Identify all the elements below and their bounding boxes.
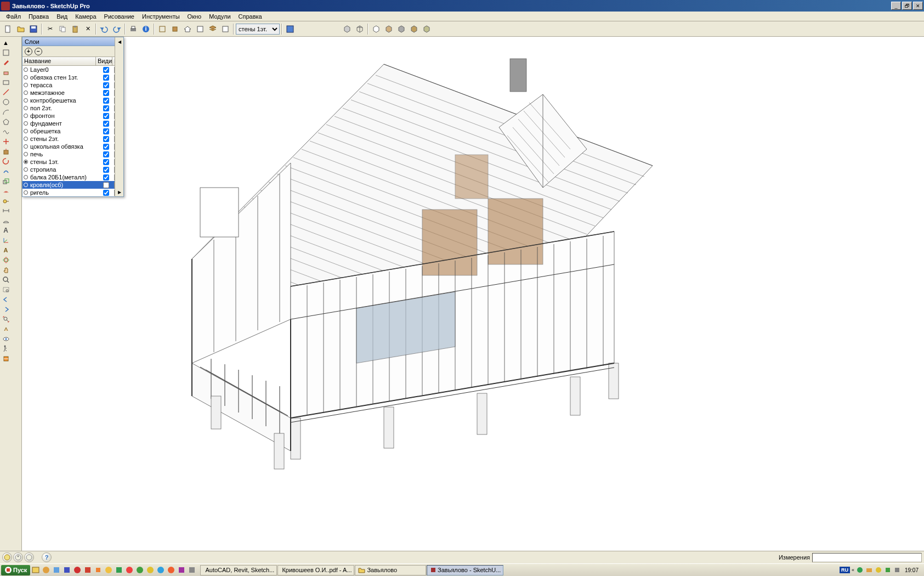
layers-scrollbar[interactable]: ◀ ▶: [115, 37, 123, 196]
ql-icon-14[interactable]: [167, 566, 175, 574]
ql-icon-13[interactable]: [156, 566, 165, 574]
clock[interactable]: 19:07: [903, 567, 921, 573]
menu-edit[interactable]: Правка: [25, 12, 53, 21]
ql-icon-9[interactable]: [115, 566, 123, 574]
menu-view[interactable]: Вид: [53, 12, 71, 21]
ql-icon-5[interactable]: [73, 566, 82, 574]
ql-icon-10[interactable]: [125, 566, 134, 574]
remove-layer-button[interactable]: −: [35, 48, 42, 55]
layer-active-radio[interactable]: [22, 129, 29, 133]
cut-button[interactable]: ✂: [44, 23, 56, 35]
print-button[interactable]: [127, 23, 139, 35]
layer-manager-button[interactable]: [284, 23, 296, 35]
walk-tool[interactable]: [1, 344, 10, 353]
layers-panel-title-bar[interactable]: Слои ×: [22, 37, 123, 46]
circle-tool[interactable]: [1, 97, 10, 106]
layer-active-radio[interactable]: [22, 106, 29, 110]
layer-active-radio[interactable]: [22, 144, 29, 149]
credits-button[interactable]: [13, 552, 23, 562]
layer-active-radio[interactable]: [22, 98, 29, 103]
redo-button[interactable]: [111, 23, 123, 35]
task-sketchup[interactable]: Завьялово - SketchU...: [427, 565, 503, 575]
add-layer-button[interactable]: +: [25, 48, 32, 55]
paint-button[interactable]: [194, 23, 206, 35]
select-tool[interactable]: ▲: [1, 38, 10, 47]
layer-row[interactable]: контробрешетка: [22, 97, 123, 104]
tray-icon-3[interactable]: [875, 566, 882, 574]
layer-active-radio[interactable]: [22, 83, 29, 87]
layer-active-radio[interactable]: [22, 67, 29, 72]
model-info-button[interactable]: i: [140, 23, 152, 35]
layer-active-radio[interactable]: [22, 91, 29, 95]
layers-button[interactable]: [207, 23, 219, 35]
layer-visible-checkbox[interactable]: [98, 105, 114, 111]
layer-row[interactable]: терасса: [22, 81, 123, 89]
layer-visible-checkbox[interactable]: [98, 174, 114, 180]
layer-active-radio[interactable]: [22, 190, 29, 195]
line-tool[interactable]: [1, 87, 10, 97]
text-tool[interactable]: A: [1, 225, 10, 235]
layer-active-radio[interactable]: [22, 121, 29, 126]
layer-visible-checkbox[interactable]: [98, 167, 114, 173]
layer-row[interactable]: балка 20Б1(металл): [22, 173, 123, 181]
layer-visible-checkbox[interactable]: [98, 90, 114, 96]
layer-row[interactable]: стены 2эт.: [22, 135, 123, 143]
layer-active-radio[interactable]: [22, 175, 29, 179]
new-file-button[interactable]: [2, 23, 14, 35]
menu-plugins[interactable]: Модули: [205, 12, 234, 21]
menu-tools[interactable]: Инструменты: [138, 12, 184, 21]
ql-icon-4[interactable]: [63, 566, 71, 574]
language-indicator[interactable]: RU: [840, 567, 850, 573]
scale-tool[interactable]: [1, 176, 10, 185]
zoom-window-tool[interactable]: [1, 285, 10, 294]
layer-visible-checkbox[interactable]: [98, 151, 114, 157]
3dtext-tool[interactable]: A: [1, 245, 10, 255]
layer-row[interactable]: межэтажное: [22, 89, 123, 97]
geo-location-button[interactable]: [2, 552, 12, 562]
back-edges-button[interactable]: [421, 23, 433, 35]
layer-active-radio[interactable]: [22, 152, 29, 156]
maximize-button[interactable]: 🗗: [902, 2, 912, 10]
eraser-tool[interactable]: [1, 67, 10, 77]
shaded-textures-button[interactable]: [383, 23, 395, 35]
outliner-button[interactable]: [219, 23, 231, 35]
ql-icon-7[interactable]: [94, 566, 103, 574]
tape-tool[interactable]: [1, 196, 10, 205]
look-around-tool[interactable]: [1, 334, 10, 343]
position-camera-tool[interactable]: [1, 324, 10, 334]
ql-icon-12[interactable]: [146, 566, 155, 574]
layer-visible-checkbox[interactable]: [98, 98, 114, 104]
component-tool[interactable]: [1, 48, 10, 57]
ql-icon-2[interactable]: [42, 566, 50, 574]
task-autocad[interactable]: AutoCAD, Revit, Sketch...: [200, 565, 277, 575]
measurements-input[interactable]: [812, 553, 922, 562]
layer-visible-checkbox[interactable]: [98, 121, 114, 127]
layer-active-radio[interactable]: [22, 137, 29, 141]
dimension-tool[interactable]: [1, 206, 10, 215]
layer-visible-checkbox[interactable]: [98, 144, 114, 150]
status-button-3[interactable]: [24, 552, 34, 562]
layer-row[interactable]: ригель: [22, 189, 123, 196]
layer-row[interactable]: стены 1эт.: [22, 158, 123, 166]
axes-tool[interactable]: [1, 235, 10, 245]
tray-icon-4[interactable]: [884, 566, 892, 574]
shaded-button[interactable]: [341, 23, 353, 35]
layer-active-radio[interactable]: [22, 167, 29, 172]
minimize-button[interactable]: _: [891, 2, 901, 10]
scroll-left-icon[interactable]: ◀: [116, 38, 123, 45]
layer-visible-checkbox[interactable]: [98, 128, 114, 134]
layer-row[interactable]: фундамент: [22, 120, 123, 127]
followme-tool[interactable]: [1, 166, 10, 176]
tray-icon-5[interactable]: [893, 566, 901, 574]
3d-viewport[interactable]: [22, 37, 924, 551]
ql-icon-15[interactable]: [177, 566, 186, 574]
orbit-tool[interactable]: [1, 255, 10, 264]
save-file-button[interactable]: [27, 23, 39, 35]
make-component-button[interactable]: [156, 23, 168, 35]
zoom-tool[interactable]: [1, 275, 10, 284]
layer-row[interactable]: фронтон: [22, 112, 123, 120]
ql-icon-11[interactable]: [135, 566, 144, 574]
column-visible[interactable]: Види...: [96, 57, 112, 65]
paint-tool[interactable]: [1, 58, 10, 67]
section-tool[interactable]: [1, 354, 10, 363]
